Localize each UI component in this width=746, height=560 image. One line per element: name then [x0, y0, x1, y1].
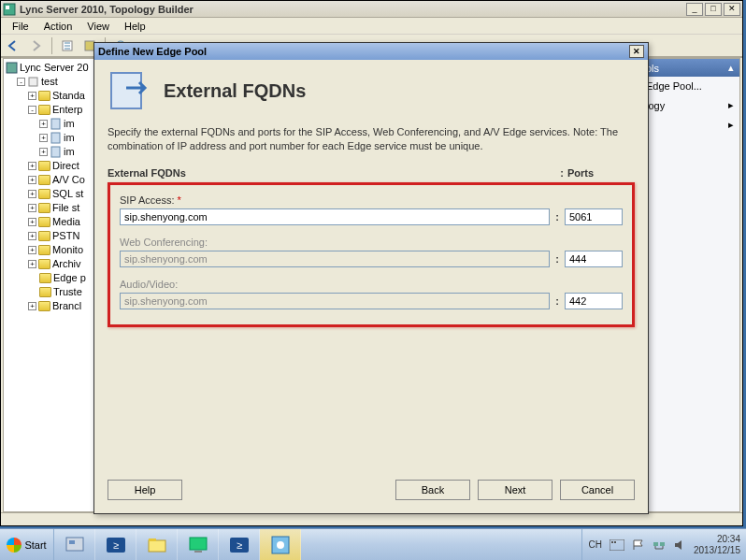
svg-rect-19	[194, 551, 202, 553]
server-icon	[50, 132, 62, 144]
server-icon	[6, 62, 18, 74]
folder-icon	[38, 203, 50, 213]
web-conf-port-input[interactable]	[565, 251, 623, 267]
folder-icon	[38, 175, 50, 185]
flag-icon[interactable]	[632, 538, 645, 552]
date: 2013/12/15	[694, 545, 740, 556]
expand-icon[interactable]: +	[28, 190, 36, 198]
expand-icon[interactable]: +	[28, 246, 36, 254]
help-button[interactable]: Help	[108, 480, 182, 500]
svg-rect-10	[51, 147, 60, 157]
expand-icon[interactable]: +	[28, 204, 36, 212]
folder-icon	[38, 245, 50, 255]
actions-panel: ols▴ Edge Pool... logy▸ ▸	[639, 58, 740, 512]
expand-icon[interactable]: +	[28, 260, 36, 268]
folder-icon	[38, 91, 50, 101]
svg-rect-7	[29, 78, 37, 86]
task-lync-shell[interactable]: ≥	[219, 529, 260, 560]
svg-rect-24	[610, 539, 624, 551]
expand-icon[interactable]: +	[28, 302, 36, 310]
clock[interactable]: 20:34 2013/12/15	[694, 534, 740, 556]
expand-icon[interactable]: +	[39, 148, 48, 156]
action-more[interactable]: ▸	[640, 115, 739, 135]
collapse-icon[interactable]: -	[28, 106, 36, 114]
chevron-right-icon: ▸	[728, 99, 734, 111]
web-conf-label: Web Conferencing:	[120, 237, 623, 248]
define-edge-pool-dialog: Define New Edge Pool ✕ External FQDNs Sp…	[93, 42, 649, 514]
dialog-description: Specify the external FQDNs and ports for…	[108, 125, 635, 154]
web-conf-row: Web Conferencing: :	[120, 237, 623, 267]
svg-rect-8	[51, 119, 60, 129]
back-button[interactable]	[5, 36, 23, 55]
expand-icon[interactable]: +	[28, 176, 36, 184]
folder-icon	[38, 259, 50, 269]
dialog-title: Define New Edge Pool	[98, 46, 629, 57]
start-button[interactable]: Start	[0, 529, 54, 560]
task-server-manager[interactable]	[54, 529, 95, 560]
network-icon[interactable]	[653, 538, 666, 552]
collapse-icon[interactable]: -	[17, 78, 25, 86]
svg-point-23	[277, 541, 284, 549]
chevron-right-icon: ▸	[728, 119, 734, 131]
back-button[interactable]: Back	[395, 480, 470, 500]
expand-icon[interactable]: +	[39, 134, 48, 142]
av-port-input[interactable]	[565, 293, 623, 309]
close-button[interactable]: ✕	[724, 3, 740, 16]
dialog-titlebar: Define New Edge Pool ✕	[94, 43, 648, 60]
sip-access-row: SIP Access: * :	[120, 194, 623, 225]
task-explorer[interactable]	[136, 529, 178, 560]
actions-header[interactable]: ols▴	[640, 59, 739, 77]
task-rdp[interactable]	[178, 529, 219, 560]
sip-access-fqdn-input[interactable]	[120, 208, 550, 225]
col-fqdns: External FQDNs	[108, 167, 556, 179]
svg-rect-18	[190, 538, 207, 550]
required-icon: *	[178, 194, 181, 206]
expand-icon[interactable]: +	[28, 218, 36, 226]
next-button[interactable]: Next	[478, 480, 552, 500]
folder-icon	[38, 217, 50, 227]
av-label: Audio/Video:	[120, 279, 623, 290]
dialog-close-button[interactable]: ✕	[629, 45, 644, 58]
cancel-button[interactable]: Cancel	[560, 480, 635, 500]
keyboard-icon[interactable]	[610, 539, 624, 551]
separator	[51, 37, 52, 54]
highlighted-fields: SIP Access: * : Web Conferencing: : Audi…	[108, 182, 635, 327]
expand-icon[interactable]: +	[39, 120, 48, 128]
expand-icon[interactable]: +	[28, 162, 36, 170]
task-topology-builder[interactable]	[260, 529, 301, 560]
action-topology[interactable]: logy▸	[640, 95, 739, 115]
svg-rect-1	[6, 6, 9, 9]
menubar: File Action View Help	[1, 18, 742, 35]
menu-file[interactable]: File	[5, 19, 36, 34]
menu-view[interactable]: View	[79, 19, 117, 34]
expand-icon[interactable]: +	[28, 232, 36, 240]
av-row: Audio/Video: :	[120, 279, 623, 309]
volume-icon[interactable]	[673, 538, 686, 552]
statusbar	[1, 512, 742, 525]
action-edge-pool[interactable]: Edge Pool...	[640, 77, 739, 95]
taskbar: Start ≥ ≥ CH 20:34 2013/12/15	[0, 528, 746, 560]
forward-button[interactable]	[27, 36, 46, 55]
system-tray[interactable]: CH 20:34 2013/12/15	[581, 529, 746, 560]
tool-edit-icon[interactable]	[58, 36, 77, 55]
dialog-header: External FQDNs	[94, 60, 648, 125]
folder-icon	[38, 189, 50, 199]
sip-access-port-input[interactable]	[565, 208, 623, 225]
menu-action[interactable]: Action	[36, 19, 80, 34]
task-powershell[interactable]: ≥	[95, 529, 136, 560]
time: 20:34	[717, 534, 740, 545]
collapse-icon: ▴	[728, 62, 734, 74]
app-icon	[3, 3, 16, 16]
minimize-button[interactable]: _	[686, 3, 703, 16]
web-conf-fqdn-input	[120, 251, 550, 267]
edge-pool-icon	[108, 69, 151, 112]
svg-rect-26	[614, 541, 616, 543]
menu-help[interactable]: Help	[117, 19, 153, 34]
expand-icon[interactable]: +	[28, 92, 36, 100]
svg-rect-9	[51, 133, 60, 143]
maximize-button[interactable]: □	[705, 3, 722, 16]
folder-icon	[38, 301, 50, 311]
server-icon	[50, 118, 62, 130]
language-indicator[interactable]: CH	[588, 539, 601, 550]
svg-rect-28	[660, 542, 665, 546]
